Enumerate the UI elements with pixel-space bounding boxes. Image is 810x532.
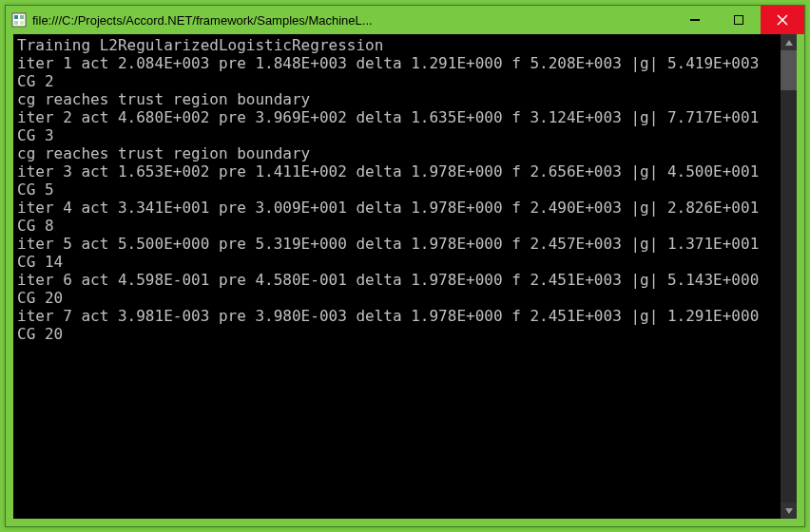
maximize-button[interactable] bbox=[717, 6, 761, 34]
svg-rect-2 bbox=[20, 15, 24, 19]
minimize-button[interactable] bbox=[673, 6, 717, 34]
svg-rect-3 bbox=[14, 21, 18, 25]
scrollbar-thumb[interactable] bbox=[781, 50, 797, 90]
chevron-down-icon bbox=[785, 507, 793, 515]
app-icon bbox=[11, 12, 27, 28]
scroll-down-button[interactable] bbox=[781, 503, 797, 519]
vertical-scrollbar[interactable] bbox=[781, 34, 797, 519]
titlebar[interactable]: file:///C:/Projects/Accord.NET/framework… bbox=[6, 6, 804, 34]
close-icon bbox=[777, 14, 788, 26]
svg-marker-10 bbox=[785, 508, 793, 514]
scrollbar-track[interactable] bbox=[781, 50, 797, 503]
client-area: Training L2RegularizedLogisticRegression… bbox=[13, 34, 797, 519]
svg-rect-6 bbox=[734, 15, 743, 25]
svg-marker-9 bbox=[785, 40, 793, 46]
window-title: file:///C:/Projects/Accord.NET/framework… bbox=[32, 13, 673, 28]
window-controls bbox=[673, 6, 804, 34]
svg-rect-5 bbox=[690, 19, 700, 21]
close-button[interactable] bbox=[761, 6, 804, 34]
svg-rect-4 bbox=[20, 21, 24, 25]
chevron-up-icon bbox=[785, 39, 793, 47]
app-window: file:///C:/Projects/Accord.NET/framework… bbox=[5, 5, 805, 527]
maximize-icon bbox=[734, 15, 743, 25]
scroll-up-button[interactable] bbox=[781, 34, 797, 50]
svg-rect-1 bbox=[14, 15, 18, 19]
minimize-icon bbox=[690, 15, 700, 25]
console-output[interactable]: Training L2RegularizedLogisticRegression… bbox=[13, 34, 781, 519]
